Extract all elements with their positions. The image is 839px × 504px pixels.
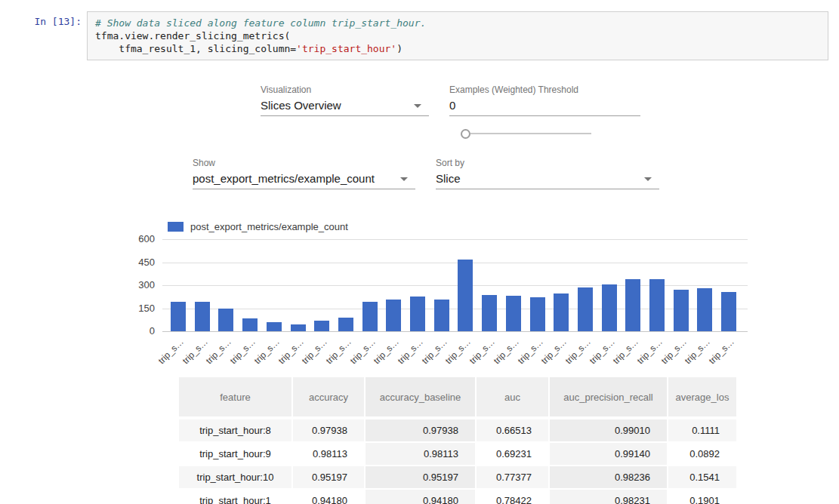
slider-track[interactable] [470,133,591,134]
bar-16[interactable] [554,293,569,331]
table-row: trip_start_hour:80.979380.979380.665130.… [179,418,736,442]
bar-23[interactable] [721,292,736,331]
show-metric-dropdown[interactable]: post_export_metrics/example_count [193,171,415,189]
chart-legend: post_export_metrics/example_count [168,221,348,232]
metric-cell: 0.97938 [365,418,476,442]
bar-17[interactable] [578,287,593,331]
gridline-0 [162,331,748,332]
y-axis-tick-label: 150 [125,303,155,314]
column-header-accuracy[interactable]: accuracy [292,377,365,418]
bar-2[interactable] [218,309,233,332]
bar-7[interactable] [338,318,353,331]
show-metric-dropdown-value: post_export_metrics/example_count [193,172,375,185]
feature-cell: trip_start_hour:8 [179,418,292,442]
metric-cell: 0.95197 [365,466,476,489]
bar-0[interactable] [171,302,186,331]
bar-4[interactable] [267,322,282,331]
table-row: trip_start_hour:90.981130.981130.692310.… [179,442,736,466]
metrics-table: featureaccuracyaccuracy_baselineaucauc_p… [179,377,736,504]
metric-cell: 0.77377 [476,466,549,489]
threshold-input[interactable] [449,97,640,116]
bar-6[interactable] [314,321,329,331]
y-axis-tick-label: 450 [125,257,155,268]
metric-cell: 0.69231 [476,442,549,466]
bar-12[interactable] [458,260,473,331]
bar-9[interactable] [386,300,401,331]
metric-cell: 0.0892 [668,442,736,466]
bar-20[interactable] [649,279,665,331]
chevron-down-icon [414,104,421,108]
metric-cell: 0.97938 [292,418,365,442]
bar-10[interactable] [410,297,425,331]
gridline-600 [162,239,748,240]
column-header-accuracy_baseline[interactable]: accuracy_baseline [365,377,476,418]
column-header-average_los[interactable]: average_los [668,377,736,418]
column-header-feature[interactable]: feature [179,377,292,418]
code-line-1: # Show data sliced along feature column … [95,17,820,29]
sort-by-label: Sort by [436,158,464,168]
threshold-slider[interactable] [461,129,591,138]
metric-cell: 0.95197 [292,466,365,489]
metric-cell: 0.66513 [476,418,549,442]
visualization-label: Visualization [261,85,311,95]
legend-swatch [168,222,184,232]
bar-18[interactable] [602,284,617,331]
visualization-dropdown[interactable]: Slices Overview [261,97,429,116]
y-axis-tick-label: 600 [125,233,155,244]
cell-prompt: In [13]: [0,16,82,27]
metric-cell: 0.98113 [365,442,476,466]
feature-cell: trip_start_hour:9 [179,442,292,466]
metrics-table-body: trip_start_hour:80.979380.979380.665130.… [179,418,736,504]
sort-by-dropdown[interactable]: Slice [436,171,659,189]
metric-cell: 0.99140 [549,442,668,466]
code-line-2: tfma.view.render_slicing_metrics( [95,29,820,42]
metrics-table-head-row: featureaccuracyaccuracy_baselineaucauc_p… [179,377,736,418]
legend-label: post_export_metrics/example_count [190,221,348,232]
metric-cell: 0.1111 [668,418,736,442]
bar-15[interactable] [530,297,545,331]
bar-1[interactable] [195,302,210,331]
metric-cell: 0.94180 [292,489,365,504]
metric-cell: 0.94180 [365,489,476,504]
code-cell[interactable]: # Show data sliced along feature column … [87,11,828,60]
slider-thumb[interactable] [461,129,470,139]
code-string: 'trip_start_hour' [296,43,396,54]
table-row: trip_start_hour:10.941800.941800.784220.… [179,489,736,504]
bar-14[interactable] [506,296,521,331]
metric-cell: 0.1901 [668,489,736,504]
metric-cell: 0.99010 [549,418,668,442]
feature-cell: trip_start_hour:10 [179,466,292,489]
bar-21[interactable] [674,290,689,331]
metric-cell: 0.98236 [549,466,668,489]
show-label: Show [193,158,215,168]
metric-cell: 0.78422 [476,489,549,504]
bar-13[interactable] [482,295,497,331]
bar-22[interactable] [697,288,712,331]
threshold-label: Examples (Weighted) Threshold [449,85,578,95]
metric-cell: 0.98113 [292,442,365,466]
bar-5[interactable] [291,324,306,331]
chevron-down-icon [644,177,652,181]
bar-3[interactable] [242,318,258,331]
visualization-dropdown-value: Slices Overview [261,99,341,112]
gridline-450 [162,263,748,263]
chevron-down-icon [400,177,408,181]
y-axis-tick-label: 300 [125,279,155,290]
metric-cell: 0.98231 [549,489,668,504]
bar-11[interactable] [434,300,449,331]
y-axis-tick-label: 0 [125,325,155,337]
chart-plot: 0150300450600trip_s…trip_s…trip_s…trip_s… [162,239,748,331]
feature-cell: trip_start_hour:1 [179,489,292,504]
code-line-3: tfma_result_1, slicing_column='trip_star… [95,42,820,55]
sort-by-dropdown-value: Slice [436,172,461,185]
table-row: trip_start_hour:100.951970.951970.773770… [179,466,736,489]
bar-8[interactable] [362,302,378,331]
column-header-auc_precision_recall[interactable]: auc_precision_recall [549,377,668,418]
bar-19[interactable] [625,279,640,331]
metric-cell: 0.1541 [668,466,736,489]
column-header-auc[interactable]: auc [476,377,549,418]
code-comment: # Show data sliced along feature column … [95,17,426,29]
